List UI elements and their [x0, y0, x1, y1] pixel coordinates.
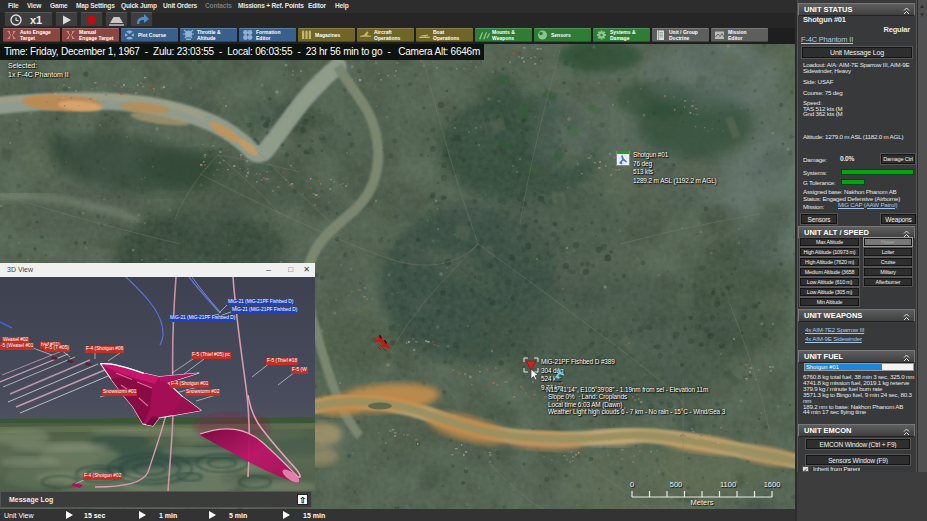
svg-text:x1: x1: [30, 14, 42, 26]
svg-text:1100: 1100: [720, 480, 736, 489]
svg-text:500: 500: [670, 480, 683, 489]
svg-text:1600: 1600: [764, 480, 781, 489]
svg-text:Meters: Meters: [691, 498, 714, 506]
svg-text:0: 0: [630, 480, 634, 489]
